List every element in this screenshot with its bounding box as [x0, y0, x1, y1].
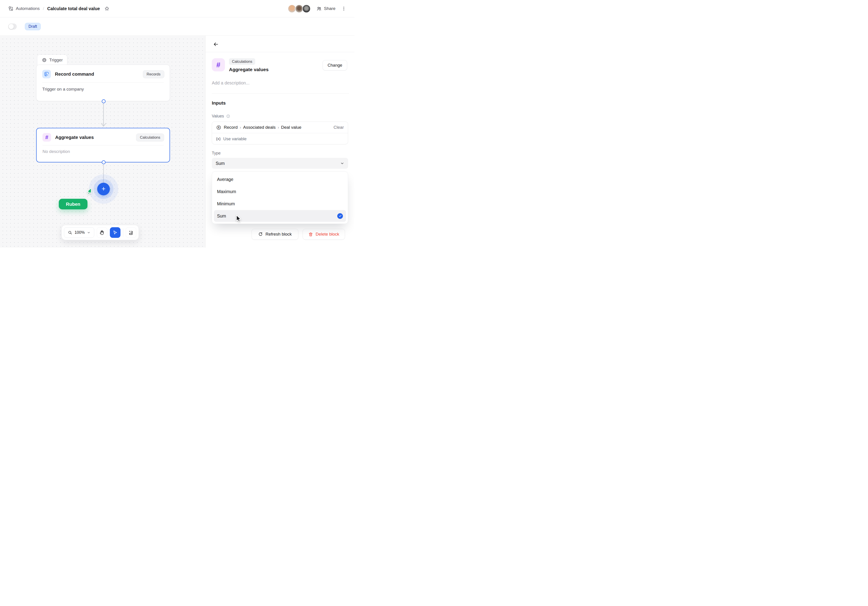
action-card-description[interactable]: No description: [37, 145, 169, 154]
share-label: Share: [324, 6, 335, 11]
block-config-panel: # Calculations Aggregate values Change I…: [206, 36, 355, 247]
path-segment-deal-value: Deal value: [281, 125, 302, 130]
dropdown-option-sum[interactable]: Sum: [214, 210, 346, 222]
action-card-badge: Calculations: [136, 133, 164, 141]
category-badge: Calculations: [229, 58, 255, 65]
dropdown-option-average[interactable]: Average: [214, 173, 346, 185]
dropdown-option-sum-label: Sum: [217, 213, 226, 219]
action-output-port[interactable]: [102, 160, 105, 164]
type-field-label: Type: [212, 151, 221, 156]
enable-workflow-toggle[interactable]: [8, 23, 17, 29]
delete-block-label: Delete block: [316, 232, 339, 237]
clear-values-button[interactable]: Clear: [334, 125, 344, 130]
breadcrumb-separator: /: [42, 6, 45, 11]
trigger-tab-label: Trigger: [49, 57, 63, 63]
automation-builder-app: Automations / Calculate total deal value: [0, 0, 355, 247]
search-magnifier-icon: [68, 230, 72, 235]
hash-icon: #: [212, 58, 225, 71]
use-variable-label: Use variable: [223, 136, 246, 141]
trigger-card-badge: Records: [143, 70, 164, 78]
refresh-block-label: Refresh block: [265, 232, 291, 237]
toggle-knob: [9, 24, 14, 29]
chevron-right-icon: ›: [237, 125, 243, 130]
refresh-icon: [258, 232, 263, 237]
values-path-row[interactable]: $ Record › Associated deals › Deal value…: [212, 122, 348, 133]
breadcrumb: Automations / Calculate total deal value: [8, 6, 109, 11]
dollar-glyph: $: [218, 126, 220, 129]
zoom-level-dropdown[interactable]: 100%: [64, 227, 94, 238]
trigger-card-title: Record command: [55, 71, 94, 77]
trigger-card-description[interactable]: Trigger on a company: [36, 83, 170, 92]
workspace: Trigger Record command Records: [0, 36, 355, 247]
change-block-button[interactable]: Change: [322, 60, 347, 71]
target-icon: [42, 57, 47, 63]
add-block-button[interactable]: +: [97, 183, 110, 195]
back-arrow-button[interactable]: [212, 40, 220, 48]
connector-arrow: [100, 103, 107, 128]
action-card-title: Aggregate values: [55, 134, 94, 140]
values-field-label: Values: [212, 114, 230, 119]
zoom-level-value: 100%: [74, 230, 85, 235]
pan-hand-tool-button[interactable]: [97, 227, 107, 238]
avatar[interactable]: [302, 5, 311, 13]
hash-icon: #: [42, 133, 51, 142]
chevron-down-icon: [340, 161, 344, 165]
type-selected-value: Sum: [215, 161, 225, 166]
variable-icon: {x}: [216, 137, 221, 141]
automations-icon: [8, 6, 14, 11]
collaborator-cursor-icon: [84, 187, 93, 198]
trigger-block-card[interactable]: Record command Records Trigger on a comp…: [36, 65, 170, 101]
divider: [123, 229, 123, 237]
values-field-card: $ Record › Associated deals › Deal value…: [212, 122, 348, 144]
chevron-right-icon: ›: [276, 125, 281, 130]
canvas-toolbar: 100%: [62, 225, 139, 240]
top-bar-actions: Share: [288, 5, 346, 13]
share-users-icon: [316, 6, 322, 11]
workflow-canvas[interactable]: Trigger Record command Records: [0, 36, 206, 247]
trigger-tab: Trigger: [37, 54, 67, 65]
top-bar: Automations / Calculate total deal value: [0, 0, 355, 17]
record-command-icon: [42, 70, 51, 78]
collaborator-name-label: Ruben: [59, 199, 87, 209]
favorite-star-icon[interactable]: [104, 6, 109, 11]
status-bar: Draft: [0, 18, 355, 36]
trash-icon: [308, 232, 313, 237]
refresh-block-button[interactable]: Refresh block: [251, 229, 298, 240]
info-icon[interactable]: [226, 114, 230, 118]
action-block-card-selected[interactable]: # Aggregate values Calculations No descr…: [36, 128, 170, 162]
type-select[interactable]: Sum: [212, 158, 348, 169]
block-meta: Calculations Aggregate values: [229, 58, 268, 72]
path-segment-associated-deals: Associated deals: [243, 125, 276, 130]
selected-check-icon: [337, 213, 343, 219]
values-label-text: Values: [212, 114, 224, 119]
action-card-header: # Aggregate values Calculations: [37, 128, 169, 142]
tidy-layout-button[interactable]: [126, 227, 136, 238]
draft-status-badge: Draft: [25, 23, 41, 30]
mouse-cursor-icon: [234, 214, 244, 225]
inputs-heading: Inputs: [212, 100, 226, 106]
select-pointer-tool-button[interactable]: [110, 227, 121, 238]
trigger-card-header: Record command Records: [36, 65, 170, 78]
type-dropdown-menu: Average Maximum Minimum Sum: [212, 172, 348, 224]
more-options-kebab-icon[interactable]: [341, 6, 346, 11]
delete-block-button[interactable]: Delete block: [303, 229, 345, 240]
collaborator-avatars: [288, 5, 311, 13]
dropdown-option-maximum[interactable]: Maximum: [214, 186, 346, 198]
description-input[interactable]: [212, 80, 325, 86]
chevron-down-icon: [87, 231, 90, 234]
dropdown-option-minimum[interactable]: Minimum: [214, 198, 346, 210]
share-button[interactable]: Share: [316, 6, 335, 11]
currency-dollar-icon: $: [216, 125, 221, 130]
page-title: Calculate total deal value: [47, 6, 100, 11]
trigger-output-port[interactable]: [102, 99, 105, 103]
path-segment-record: Record: [224, 125, 237, 130]
block-title: Aggregate values: [229, 67, 268, 72]
use-variable-row[interactable]: {x} Use variable: [212, 133, 348, 144]
plus-icon: +: [101, 185, 105, 193]
breadcrumb-automations-link[interactable]: Automations: [16, 6, 40, 11]
block-header: # Calculations Aggregate values Change: [212, 58, 347, 72]
